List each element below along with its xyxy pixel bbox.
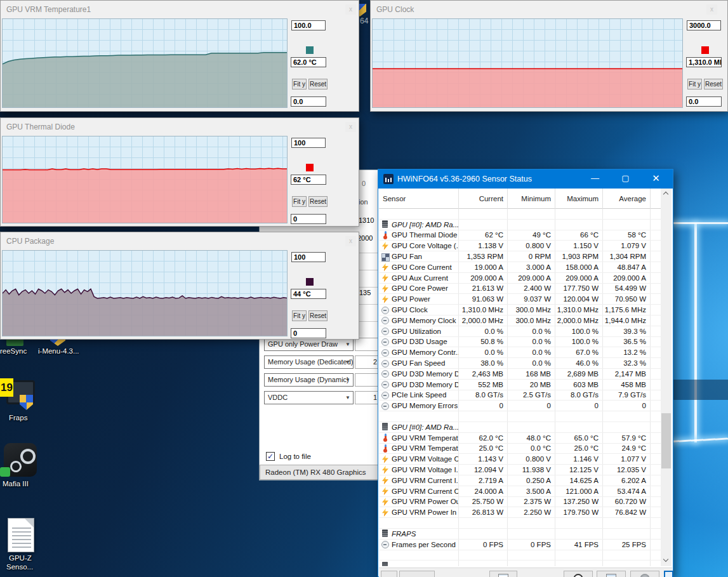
sensor-value-cell: 1,310.0 MHz <box>459 305 508 315</box>
close-icon[interactable]: x <box>706 4 717 15</box>
sensor-value-cell: 53.474 A <box>603 486 651 496</box>
close-icon[interactable]: x <box>345 122 356 132</box>
sensor-value-cell: 12.035 V <box>603 465 651 475</box>
sensor-group-row[interactable] <box>379 560 661 566</box>
toolbar-button-gauge[interactable] <box>564 571 593 577</box>
sensor-group-row[interactable]: GPU [#0]: AMD Ra... <box>379 422 661 433</box>
toolbar-button-settings[interactable] <box>630 571 659 577</box>
sensor-row[interactable]: GPU VRM Power Ou...25.750 W2.375 W137.25… <box>379 497 661 508</box>
desktop-icon-imenu-label[interactable]: i-Menu-4.3... <box>38 347 79 355</box>
gpuz-sensor-dropdown[interactable]: Memory Usage (Dedicated)▼ <box>264 355 354 369</box>
sensor-blank-row[interactable] <box>379 550 661 561</box>
sensor-row[interactable]: GPU Memory Clock2,000.0 MHz300.0 MHz2,00… <box>379 315 661 326</box>
sensor-row[interactable]: GPU Aux Current209.000 A209.000 A209.000… <box>379 273 661 284</box>
sensor-label: GPU VRM Temperat... <box>392 444 459 452</box>
desktop-icon-fraps-label[interactable]: Fraps <box>9 414 27 421</box>
sensor-value-cell <box>603 422 651 432</box>
sensor-row[interactable]: GPU VRM Power In ...26.813 W2.250 W179.7… <box>379 507 661 518</box>
fit-y-button[interactable]: Fit y <box>687 79 702 90</box>
column-header-average[interactable]: Average <box>603 189 651 209</box>
graph-min-input[interactable]: 0 <box>291 328 326 338</box>
graph-min-input[interactable]: 0 <box>291 214 326 224</box>
gpuz-sensor-dropdown[interactable]: VDDC▼ <box>264 391 354 404</box>
sensor-row[interactable]: GPU VRM Current I...2.719 A0.250 A14.625… <box>379 475 661 486</box>
scrollbar-thumb[interactable] <box>661 413 671 468</box>
fit-y-button[interactable]: Fit y <box>292 79 307 90</box>
hwinfo-window: HWiNFO64 v5.36-2960 Sensor Status — ▢ ✕ … <box>378 169 673 577</box>
sensor-row[interactable]: Frames per Second0 FPS0 FPS41 FPS25 FPS <box>379 540 661 550</box>
close-icon[interactable]: x <box>345 4 356 15</box>
log-to-file-checkbox[interactable]: ✓ <box>266 452 275 461</box>
reset-button[interactable]: Reset <box>704 79 723 90</box>
sensor-value-cell: 0.0 % <box>459 347 508 357</box>
fit-y-button[interactable]: Fit y <box>292 310 307 321</box>
maximize-button[interactable]: ▢ <box>611 169 640 189</box>
sensor-row[interactable]: GPU VRM Voltage O...1.143 V0.800 V1.146 … <box>379 454 661 465</box>
gpuz-sensor-dropdown[interactable]: GPU only Power Draw▼ <box>264 338 354 351</box>
scroll-up-arrow[interactable] <box>661 189 672 199</box>
column-header-minimum[interactable]: Minimum <box>508 189 555 209</box>
sensor-blank-row[interactable] <box>379 518 661 529</box>
sensor-row[interactable]: GPU D3D Memory D...552 MB20 MB603 MB458 … <box>379 380 661 390</box>
sensor-blank-row[interactable] <box>379 411 661 422</box>
close-button[interactable]: ✕ <box>642 169 670 189</box>
sensor-row[interactable]: GPU Clock1,310.0 MHz300.0 MHz1,310.0 MHz… <box>379 305 661 315</box>
graph-max-input[interactable]: 100.0 <box>291 20 326 30</box>
sensor-row[interactable]: PCIe Link Speed8.0 GT/s2.5 GT/s8.0 GT/s7… <box>379 390 661 401</box>
toolbar-button-active[interactable] <box>664 571 673 577</box>
toolbar-button[interactable] <box>399 571 435 577</box>
sensor-value-cell <box>555 529 603 539</box>
desktop-icon-freesync-label[interactable]: reeSync <box>0 347 27 355</box>
column-header-current[interactable]: Current <box>459 189 508 209</box>
column-header-sensor[interactable]: Sensor <box>379 189 459 209</box>
sensor-row[interactable]: GPU Power91.063 W9.037 W120.004 W70.950 … <box>379 294 661 305</box>
scroll-down-arrow[interactable] <box>661 555 672 566</box>
sensor-blank-row[interactable] <box>379 209 661 220</box>
reset-button[interactable]: Reset <box>308 79 328 90</box>
sensor-name-cell: GPU Power <box>379 294 459 304</box>
graph-min-input[interactable]: 0.0 <box>686 96 722 107</box>
column-header-maximum[interactable]: Maximum <box>555 189 603 209</box>
graph-max-input[interactable]: 3000.0 <box>687 20 721 30</box>
sensor-row[interactable]: GPU VRM Voltage I...12.094 V11.938 V12.1… <box>379 465 661 475</box>
graph-window-title: GPU VRM Temperature1 <box>6 5 91 14</box>
sensor-name-cell: GPU VRM Power In ... <box>379 507 459 517</box>
desktop-icon-gpuz-label1[interactable]: GPU-Z <box>9 554 32 562</box>
sensor-row[interactable]: GPU Core Current19.000 A3.000 A158.000 A… <box>379 262 661 273</box>
sensor-row[interactable]: GPU Thermal Diode62 °C49 °C66 °C58 °C <box>379 230 661 241</box>
document-icon[interactable] <box>8 518 34 552</box>
reset-button[interactable]: Reset <box>308 196 328 207</box>
sensor-group-row[interactable]: FRAPS <box>379 529 661 540</box>
sensor-row[interactable]: GPU Core Power21.613 W2.400 W177.750 W54… <box>379 284 661 295</box>
graph-min-input[interactable]: 0.0 <box>291 96 326 107</box>
toolbar-button-report[interactable] <box>489 571 517 577</box>
minimize-button[interactable]: — <box>581 169 609 189</box>
sensor-row[interactable]: GPU Utilization0.0 %0.0 %100.0 %39.3 % <box>379 326 661 337</box>
graph-max-input[interactable]: 100 <box>291 252 326 262</box>
toolbar-button-log[interactable] <box>597 571 626 577</box>
sensor-group-row[interactable]: GPU [#0]: AMD Ra... <box>379 220 661 230</box>
hwinfo-titlebar[interactable]: HWiNFO64 v5.36-2960 Sensor Status — ▢ ✕ <box>378 169 673 189</box>
reset-button[interactable]: Reset <box>308 310 328 321</box>
sensor-row[interactable]: GPU Fan1,353 RPM0 RPM1,903 RPM1,304 RPM <box>379 251 661 262</box>
sensor-row[interactable]: GPU Core Voltage (...1.138 V0.800 V1.150… <box>379 241 661 251</box>
sensor-row[interactable]: GPU VRM Temperat...62.0 °C48.0 °C65.0 °C… <box>379 433 661 444</box>
graph-max-input[interactable]: 100 <box>291 138 326 148</box>
sensor-label: GPU Fan Speed <box>392 359 445 367</box>
sensor-row[interactable]: GPU VRM Current O...24.000 A3.500 A121.0… <box>379 486 661 497</box>
sensor-row[interactable]: GPU VRM Temperat...25.0 °C0.0 °C25.0 °C2… <box>379 444 661 454</box>
sensor-value-cell <box>603 411 651 421</box>
gpuz-status-bar[interactable]: Radeon (TM) RX 480 Graphics <box>260 465 380 480</box>
sensor-row[interactable]: GPU Fan Speed38.0 %0.0 %46.0 %32.3 % <box>379 358 661 369</box>
sensor-row[interactable]: GPU Memory Errors0000 <box>379 401 661 411</box>
sensor-row[interactable]: GPU D3D Memory D...2,463 MB168 MB2,689 M… <box>379 369 661 380</box>
desktop-icon-mafia-label[interactable]: Mafia III <box>3 480 29 487</box>
sensor-row[interactable]: GPU D3D Usage50.8 %0.0 %100.0 %36.5 % <box>379 337 661 348</box>
gpuz-sensor-dropdown[interactable]: Memory Usage (Dynamic)▼ <box>264 373 354 387</box>
desktop-icon-gpuz-label2[interactable]: Senso... <box>6 563 33 571</box>
sensor-row[interactable]: GPU Memory Contr...0.0 %0.0 %67.0 %13.2 … <box>379 347 661 358</box>
vertical-scrollbar[interactable] <box>661 189 672 566</box>
fit-y-button[interactable]: Fit y <box>292 196 307 207</box>
toolbar-button[interactable] <box>381 571 397 577</box>
close-icon[interactable]: x <box>345 236 356 246</box>
